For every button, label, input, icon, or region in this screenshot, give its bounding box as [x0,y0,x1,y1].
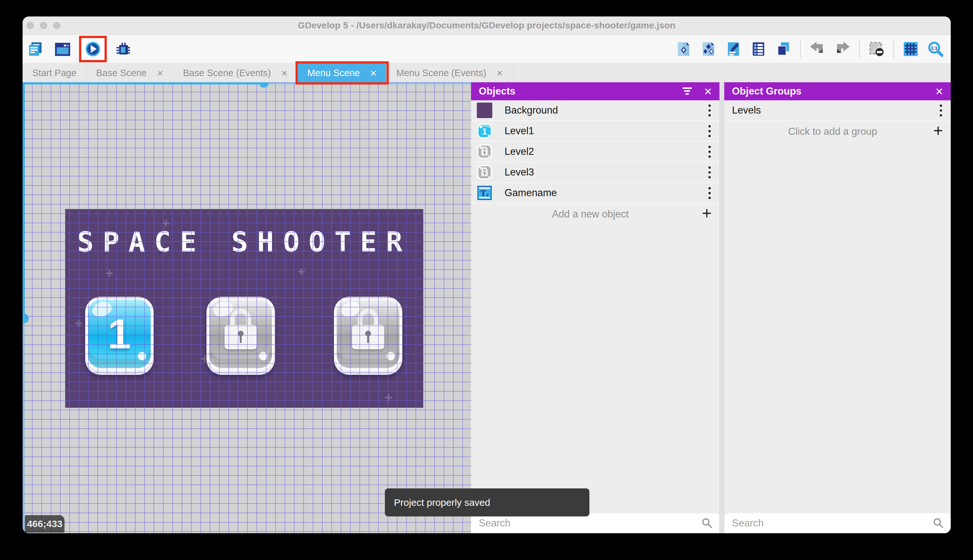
objects-search-input[interactable] [479,517,701,529]
object-menu-icon[interactable] [708,125,711,137]
level1-button-thumbnail: 1 [477,123,492,139]
add-new-object-row[interactable]: Add a new object + [471,203,720,225]
object-groups-panel-title: Object Groups [732,85,924,97]
debug-icon[interactable] [115,41,131,57]
tab-menu-scene[interactable]: Menu Scene × [298,63,387,82]
add-group-row[interactable]: Click to add a group + [724,121,951,142]
object-row-gamename[interactable]: T x Gamename [471,183,720,203]
tab-base-scene-events[interactable]: Base Scene (Events) × [173,63,297,82]
close-panel-icon[interactable]: × [936,85,943,98]
object-menu-icon[interactable] [708,167,711,178]
scene-window-icon[interactable] [55,41,71,57]
add-icon[interactable]: + [933,122,943,139]
text-object-thumbnail: T x [477,185,492,201]
vertical-scrollbar[interactable] [23,85,25,318]
grid-icon[interactable] [903,41,919,57]
vertical-scrollbar[interactable] [23,318,25,533]
object-name: Level1 [505,125,708,137]
filter-icon[interactable] [682,87,693,96]
object-menu-icon[interactable] [708,146,711,158]
close-window-icon[interactable] [27,22,34,29]
maximize-window-icon[interactable] [53,22,60,29]
object-menu-icon[interactable] [708,105,711,117]
add-new-object-label: Add a new object [479,208,702,220]
toolbar-separator [893,40,894,58]
sparkle-decoration: + [75,315,83,331]
search-icon [701,517,713,529]
object-groups-panel-icon[interactable] [701,41,717,57]
object-menu-icon[interactable] [708,187,711,199]
add-icon[interactable]: + [702,205,712,222]
game-title-text[interactable]: SPACE SHOOTER [65,226,423,258]
level3-button-locked[interactable] [334,297,402,371]
object-name: Level3 [505,167,708,178]
object-name: Gamename [505,187,708,199]
undo-icon[interactable] [810,41,826,57]
object-name: Background [505,105,708,116]
objects-panel-header: Objects × [471,82,720,100]
horizontal-scrollbar-thumb[interactable] [259,82,269,88]
add-group-label: Click to add a group [732,126,933,137]
toolbar: 1:1 [23,35,951,63]
zoom-1-1-icon[interactable]: 1:1 [928,41,944,57]
group-menu-icon[interactable] [939,105,942,117]
layers-icon[interactable] [775,41,791,57]
content: + + + + + + + + SPACE SHOOTER 1 [23,82,951,533]
properties-icon[interactable] [726,41,742,57]
lock-icon [352,309,384,349]
window-title: GDevelop 5 - /Users/dkarakay/Documents/G… [298,20,676,31]
toolbar-left [27,35,131,63]
scene-editor-canvas[interactable]: + + + + + + + + SPACE SHOOTER 1 [23,82,471,533]
group-row-levels[interactable]: Levels [724,100,951,121]
scene-background[interactable]: + + + + + + + + SPACE SHOOTER 1 [65,209,423,408]
object-row-level3[interactable]: Level3 [471,162,720,183]
tab-menu-scene-events[interactable]: Menu Scene (Events) × [387,63,513,82]
sparkle-decoration: + [297,264,305,279]
preview-highlight-box [79,36,107,62]
objects-panel-empty-area [471,225,720,513]
group-name: Levels [732,105,939,116]
objects-panel-icon[interactable] [676,41,692,57]
object-row-background[interactable]: Background [471,100,720,121]
close-tab-icon[interactable]: × [496,67,503,78]
redo-icon[interactable] [834,41,850,57]
window-mask-icon[interactable] [868,41,885,57]
close-tab-icon[interactable]: × [370,67,377,78]
object-row-level2[interactable]: Level2 [471,142,720,162]
tab-label: Menu Scene (Events) [396,68,486,78]
lock-icon [225,309,257,349]
locked-button-thumbnail [477,165,492,180]
groups-search-input[interactable] [732,517,933,529]
instances-list-icon[interactable] [750,41,766,57]
minimize-window-icon[interactable] [40,22,47,29]
object-row-level1[interactable]: 1 Level1 [471,121,720,142]
horizontal-scrollbar[interactable] [264,82,471,85]
close-tab-icon[interactable]: × [281,67,288,78]
panel-divider[interactable] [720,82,724,533]
gdevelop-window: GDevelop 5 - /Users/dkarakay/Documents/G… [23,17,951,533]
tab-start-page[interactable]: Start Page [23,63,87,82]
vertical-scrollbar-thumb[interactable] [23,313,29,323]
cursor-coordinates-badge: 466;433 [25,515,65,533]
tab-base-scene[interactable]: Base Scene × [87,63,173,82]
preview-play-icon[interactable] [85,41,101,57]
svg-text:1:1: 1:1 [931,45,938,51]
tab-label: Base Scene (Events) [183,68,271,78]
level2-button-locked[interactable] [207,297,275,371]
traffic-lights [27,22,60,29]
tab-label: Menu Scene [307,68,360,78]
horizontal-scrollbar[interactable] [23,82,264,85]
level1-button[interactable]: 1 [85,297,153,371]
tab-bar: Start Page Base Scene × Base Scene (Even… [23,63,951,82]
level1-number: 1 [88,300,151,368]
sparkle-decoration: + [435,262,443,278]
objects-panel-title: Objects [479,85,670,97]
titlebar: GDevelop 5 - /Users/dkarakay/Documents/G… [23,17,951,35]
project-manager-icon[interactable] [27,41,43,57]
toolbar-separator [859,40,860,58]
object-name: Level2 [505,146,708,157]
sparkle-decoration: + [385,390,393,405]
svg-text:1: 1 [482,127,487,137]
close-panel-icon[interactable]: × [704,85,712,98]
close-tab-icon[interactable]: × [157,67,163,78]
